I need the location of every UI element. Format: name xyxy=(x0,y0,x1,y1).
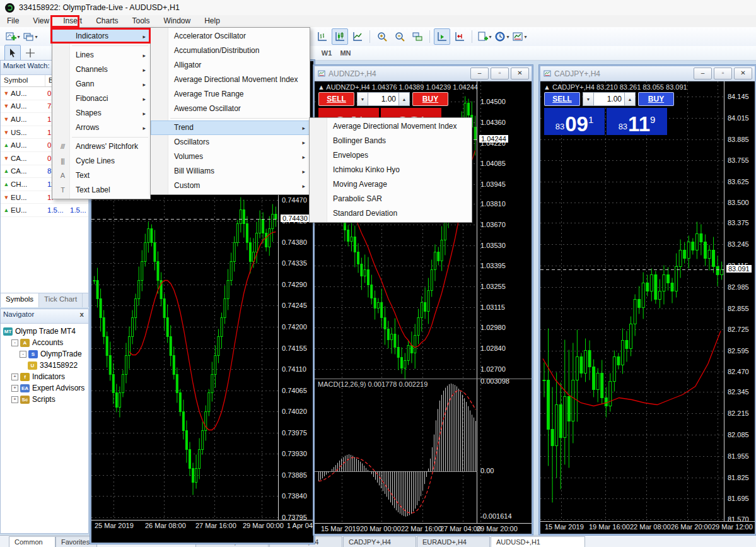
restore-button[interactable]: ▫ xyxy=(491,68,509,79)
restore-button[interactable]: ▫ xyxy=(714,68,732,79)
lot-decrease-button[interactable]: ▼ xyxy=(357,92,368,106)
timeframe-mn-button[interactable]: MN xyxy=(337,47,354,59)
tree-expander-collapse[interactable]: - xyxy=(11,339,18,346)
new-order-button[interactable]: ▾ xyxy=(476,28,492,45)
tree-expander-expand[interactable]: + xyxy=(11,385,18,392)
audnzd-chart-title-bar[interactable]: AUDNZD+,H4–▫✕ xyxy=(315,66,532,81)
dropdown-arrow-icon[interactable]: ▾ xyxy=(524,34,526,40)
menu-item-average-directional-movement-index[interactable]: Average Directional Movement Index xyxy=(310,119,472,134)
menu-item-text-label[interactable]: TText Label xyxy=(52,183,150,197)
tree-expander-expand[interactable]: + xyxy=(11,373,18,380)
navigator-item-olymptrade[interactable]: -SOlympTrade xyxy=(1,348,88,360)
menu-item-arrows[interactable]: Arrows▸ xyxy=(52,121,150,135)
menu-item-ichimoku-kinko-hyo[interactable]: Ichimoku Kinko Hyo xyxy=(310,163,472,177)
menu-help[interactable]: Help xyxy=(197,15,227,27)
menu-item-moving-average[interactable]: Moving Average xyxy=(310,177,472,192)
tile-windows-button[interactable] xyxy=(409,28,426,45)
cadjpy-chart-area[interactable]: 84.14584.01583.88583.75583.62583.50083.3… xyxy=(540,81,755,534)
lot-size-value[interactable]: 1.00 xyxy=(368,92,398,106)
menu-item-average-true-range[interactable]: Average True Range xyxy=(151,87,310,102)
menu-item-alligator[interactable]: Alligator xyxy=(151,58,310,73)
menu-item-accumulation-distribution[interactable]: Accumulation/Distribution xyxy=(151,44,310,58)
menu-charts[interactable]: Charts xyxy=(89,15,125,27)
menu-item-oscillators[interactable]: Oscillators▸ xyxy=(151,135,310,150)
period-clock-button[interactable]: ▾ xyxy=(494,28,510,45)
menu-item-channels[interactable]: Channels▸ xyxy=(52,62,150,77)
menu-item-trend[interactable]: Trend▸ xyxy=(151,121,310,135)
close-button[interactable]: ✕ xyxy=(734,68,752,79)
dropdown-arrow-icon[interactable]: ▾ xyxy=(35,34,37,40)
cadjpy-chart-title-bar[interactable]: CADJPY+,H4–▫✕ xyxy=(540,66,755,81)
down-tick-arrow-icon: ▼ xyxy=(2,155,11,162)
window-profiles-button[interactable]: ▾ xyxy=(22,28,38,45)
menu-item-cycle-lines[interactable]: |||Cycle Lines xyxy=(52,154,150,168)
market-watch-row-10[interactable]: ▲EU...1.5...1.5... xyxy=(1,204,88,217)
lot-increase-button[interactable]: ▲ xyxy=(624,92,636,106)
menu-item-andrews-pitchfork[interactable]: ///Andrews' Pitchfork xyxy=(52,139,150,154)
lot-size-value[interactable]: 1.00 xyxy=(594,92,624,106)
sell-button[interactable]: SELL xyxy=(544,92,580,106)
navigator-item-expert-advisors[interactable]: +EAExpert Advisors xyxy=(1,382,88,394)
menu-item-bollinger-bands[interactable]: Bollinger Bands xyxy=(310,134,472,148)
tree-expander-collapse[interactable]: - xyxy=(20,351,26,358)
navigator-item-olymp-trade-mt4[interactable]: MTOlymp Trade MT4 xyxy=(1,326,88,337)
buy-price-display[interactable]: 83119 xyxy=(607,108,667,135)
trend-submenu: Average Directional Movement IndexBollin… xyxy=(309,117,472,223)
time-label-15-mar-2019: 15 Mar 2019 xyxy=(321,525,360,532)
cursor-button[interactable] xyxy=(4,45,21,61)
minimize-button[interactable]: – xyxy=(694,68,712,79)
dropdown-arrow-icon[interactable]: ▾ xyxy=(489,34,491,40)
candlestick-chart-button[interactable] xyxy=(332,28,348,45)
zoom-out-button[interactable] xyxy=(392,28,408,45)
menu-item-volumes[interactable]: Volumes▸ xyxy=(151,150,310,164)
navigator-close-icon[interactable]: x xyxy=(78,310,86,322)
navigator-item-accounts[interactable]: -AAccounts xyxy=(1,337,88,348)
chart-shift-button[interactable] xyxy=(451,28,468,45)
navigator-item-scripts[interactable]: +ScScripts xyxy=(1,394,88,405)
navigator-item-334158922[interactable]: U334158922 xyxy=(1,360,88,371)
tab-symbols[interactable]: Symbols xyxy=(1,293,39,307)
lot-increase-button[interactable]: ▲ xyxy=(398,92,410,106)
menu-item-text[interactable]: AText xyxy=(52,168,150,183)
buy-button[interactable]: BUY xyxy=(638,92,674,106)
menu-item-shapes[interactable]: Shapes▸ xyxy=(52,106,150,121)
line-chart-button[interactable] xyxy=(349,28,366,45)
menu-item-standard-deviation[interactable]: Standard Deviation xyxy=(310,206,472,221)
sell-price-display[interactable]: 83091 xyxy=(544,108,605,135)
new-chart-button[interactable]: ▾ xyxy=(4,28,21,45)
dropdown-arrow-icon[interactable]: ▾ xyxy=(17,34,20,40)
menu-window[interactable]: Window xyxy=(157,15,198,27)
tab-tick-chart[interactable]: Tick Chart xyxy=(39,293,83,307)
menu-tools[interactable]: Tools xyxy=(125,15,157,27)
navigator-item-indicators[interactable]: +fIndicators xyxy=(1,371,88,382)
tree-expander-expand[interactable]: + xyxy=(11,396,18,403)
menu-item-awesome-oscillator[interactable]: Awesome Oscillator xyxy=(151,102,310,116)
auto-scroll-button[interactable] xyxy=(434,28,450,45)
menu-file[interactable]: File xyxy=(0,15,26,27)
tab-euraud-h4[interactable]: EURAUD+,H4 xyxy=(417,536,490,547)
menu-item-gann[interactable]: Gann▸ xyxy=(52,77,150,91)
lot-decrease-button[interactable]: ▼ xyxy=(583,92,594,106)
menu-item-average-directional-movement-index[interactable]: Average Directional Movement Index xyxy=(151,73,310,87)
indicator-list-button[interactable]: ▾ xyxy=(511,28,528,45)
chart-shift-icon xyxy=(454,31,465,42)
menu-item-fibonacci[interactable]: Fibonacci▸ xyxy=(52,91,150,106)
zoom-in-button[interactable] xyxy=(374,28,390,45)
buy-button[interactable]: BUY xyxy=(412,92,448,106)
bar-chart-button[interactable] xyxy=(314,28,330,45)
menu-item-bill-williams[interactable]: Bill Williams▸ xyxy=(151,164,310,179)
tab-cadjpy-h4[interactable]: CADJPY+,H4 xyxy=(343,536,416,547)
crosshair-button[interactable] xyxy=(22,45,38,61)
tab-common[interactable]: Common xyxy=(9,536,55,547)
close-button[interactable]: ✕ xyxy=(511,68,529,79)
menu-item-parabolic-sar[interactable]: Parabolic SAR xyxy=(310,192,472,206)
timeframe-w1-button[interactable]: W1 xyxy=(318,47,335,59)
menu-item-custom[interactable]: Custom▸ xyxy=(151,179,310,193)
dropdown-arrow-icon[interactable]: ▾ xyxy=(506,34,509,40)
minimize-button[interactable]: – xyxy=(470,68,489,79)
sell-button[interactable]: SELL xyxy=(318,92,354,106)
menu-item-envelopes[interactable]: Envelopes xyxy=(310,148,472,163)
menu-item-accelerator-oscillator[interactable]: Accelerator Oscillator xyxy=(151,29,310,44)
tab-audusd-h1[interactable]: AUDUSD+,H1 xyxy=(491,536,585,547)
menu-item-lines[interactable]: Lines▸ xyxy=(52,48,150,62)
